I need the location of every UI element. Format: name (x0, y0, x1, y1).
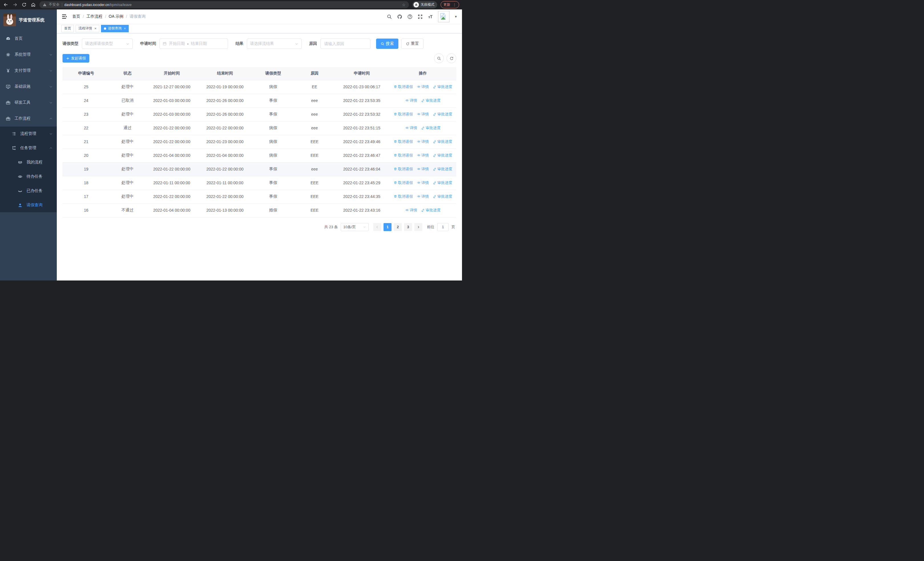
monitor-icon (6, 84, 10, 89)
sidebar-item-task-mgmt[interactable]: 任务管理 (0, 141, 57, 155)
sidebar-item-my-process[interactable]: 我的流程 (0, 155, 57, 169)
detail-link[interactable]: 详情 (417, 112, 429, 117)
help-icon[interactable] (407, 14, 412, 20)
bookmark-star-icon[interactable]: ☆ (402, 3, 405, 7)
table-row: 18处理中2022-01-11 00:00:002022-01-11 00:00… (63, 176, 456, 190)
breadcrumb-item[interactable]: OA 示例 (109, 14, 123, 19)
sidebar-item-system[interactable]: 系统管理 (0, 47, 57, 63)
detail-link[interactable]: 详情 (417, 153, 429, 158)
back-icon[interactable] (3, 2, 9, 8)
page-button-3[interactable]: 3 (404, 223, 412, 231)
detail-link[interactable]: 详情 (417, 139, 429, 144)
progress-link[interactable]: 审批进度 (421, 125, 441, 131)
table-row: 19处理中2022-01-22 00:00:002022-01-22 00:00… (63, 162, 456, 176)
progress-link[interactable]: 审批进度 (433, 180, 452, 185)
sidebar-item-leave-query[interactable]: 请假查询 (0, 198, 57, 212)
close-icon[interactable]: × (124, 27, 126, 30)
home-icon[interactable] (30, 2, 36, 8)
sidebar: 芋道管理系统 首页系统管理支付管理基础设施研发工具工作流程流程管理任务管理我的流… (0, 9, 57, 281)
browser-menu-icon[interactable]: ⋮ (453, 3, 456, 7)
progress-link[interactable]: 审批进度 (433, 167, 452, 171)
reset-button[interactable]: 重置 (401, 39, 423, 49)
eye-icon (417, 194, 421, 198)
page-button-1[interactable]: 1 (384, 223, 392, 231)
progress-link[interactable]: 审批进度 (433, 139, 452, 144)
prev-page-button[interactable] (373, 223, 381, 231)
reason-input[interactable] (321, 39, 370, 49)
refresh-button[interactable] (447, 53, 456, 63)
detail-link-label: 详情 (422, 167, 429, 171)
github-icon[interactable] (397, 14, 402, 20)
cell-actions: 取消请假详情审批进度 (389, 135, 456, 149)
goto-page-input[interactable] (437, 223, 448, 231)
browser-update-button[interactable]: 更新 ⋮ (441, 1, 459, 8)
detail-link[interactable]: 详情 (405, 98, 417, 103)
cell-reason: eee (295, 162, 334, 176)
create-leave-button[interactable]: 发起请假 (63, 54, 89, 63)
detail-link[interactable]: 详情 (417, 84, 429, 89)
caret-down-icon[interactable]: ▼ (454, 15, 458, 18)
sidebar-item-done-task[interactable]: 已办任务 (0, 183, 57, 198)
breadcrumb-item[interactable]: 工作流程 (87, 14, 102, 19)
cancel-link[interactable]: 取消请假 (393, 153, 413, 158)
url-text[interactable]: dashboard.yudao.iocoder.cn/bpm/oa/leave (64, 3, 132, 7)
tab-leave-query[interactable]: 请假查询× (101, 25, 129, 32)
breadcrumb-item[interactable]: 首页 (72, 14, 80, 19)
progress-link-label: 审批进度 (426, 98, 441, 103)
url-divider (62, 3, 62, 7)
trash-icon (393, 140, 397, 143)
cancel-link[interactable]: 取消请假 (393, 139, 413, 144)
page-button-2[interactable]: 2 (394, 223, 402, 231)
detail-link[interactable]: 详情 (405, 208, 417, 213)
tab-process-detail[interactable]: 流程详情× (76, 25, 99, 32)
incognito-badge: 无痕模式 (412, 1, 437, 8)
sidebar-item-infra[interactable]: 基础设施 (0, 78, 57, 95)
search-icon[interactable] (387, 14, 392, 20)
fullscreen-icon[interactable] (417, 14, 423, 20)
forward-icon[interactable] (12, 2, 18, 8)
detail-link[interactable]: 详情 (417, 167, 429, 171)
progress-link[interactable]: 审批进度 (433, 153, 452, 158)
toolbox-icon (6, 100, 10, 105)
sidebar-item-process-mgmt[interactable]: 流程管理 (0, 126, 57, 141)
cell-end-time: 2022-01-04 00:00:00 (198, 149, 251, 162)
progress-link[interactable]: 审批进度 (433, 194, 452, 199)
show-search-button[interactable] (434, 53, 444, 63)
user-icon (18, 203, 22, 208)
page-size-select[interactable]: 10条/页 (341, 223, 369, 231)
sidebar-item-devtools[interactable]: 研发工具 (0, 95, 57, 111)
tab-home[interactable]: 首页 (62, 25, 74, 32)
avatar[interactable] (438, 11, 450, 22)
sidebar-item-payment[interactable]: 支付管理 (0, 63, 57, 78)
leave-type-label: 请假类型 (63, 41, 78, 46)
progress-link[interactable]: 审批进度 (421, 98, 441, 103)
cancel-link[interactable]: 取消请假 (393, 194, 413, 199)
security-label[interactable]: 不安全 (49, 2, 60, 7)
font-size-icon[interactable] (428, 14, 433, 20)
search-button[interactable]: 搜索 (376, 39, 398, 49)
progress-link[interactable]: 审批进度 (433, 84, 452, 89)
progress-link[interactable]: 审批进度 (433, 112, 452, 117)
apply-time-range-picker[interactable]: 开始日期 - 结束日期 (159, 39, 228, 49)
sidebar-item-todo-task[interactable]: 待办任务 (0, 169, 57, 183)
sidebar-item-label: 支付管理 (15, 68, 49, 73)
detail-link[interactable]: 详情 (417, 180, 429, 185)
goto-label: 前往 (427, 224, 434, 230)
cancel-link[interactable]: 取消请假 (393, 180, 413, 185)
eye-icon (417, 112, 421, 116)
result-select[interactable]: 请选择流结果 (247, 39, 302, 49)
detail-link[interactable]: 详情 (405, 125, 417, 131)
detail-link[interactable]: 详情 (417, 194, 429, 199)
next-page-button[interactable] (414, 223, 422, 231)
cancel-link[interactable]: 取消请假 (393, 112, 413, 117)
close-icon[interactable]: × (94, 27, 96, 30)
progress-link[interactable]: 审批进度 (421, 208, 441, 213)
reload-icon[interactable] (21, 2, 27, 8)
collapse-sidebar-icon[interactable] (62, 14, 68, 20)
cancel-link[interactable]: 取消请假 (393, 167, 413, 171)
sidebar-item-workflow[interactable]: 工作流程 (0, 111, 57, 126)
address-bar[interactable]: 不安全 dashboard.yudao.iocoder.cn/bpm/oa/le… (39, 1, 409, 8)
sidebar-item-home[interactable]: 首页 (0, 30, 57, 47)
cancel-link[interactable]: 取消请假 (393, 84, 413, 89)
leave-type-select[interactable]: 请选择请假类型 (82, 39, 133, 49)
